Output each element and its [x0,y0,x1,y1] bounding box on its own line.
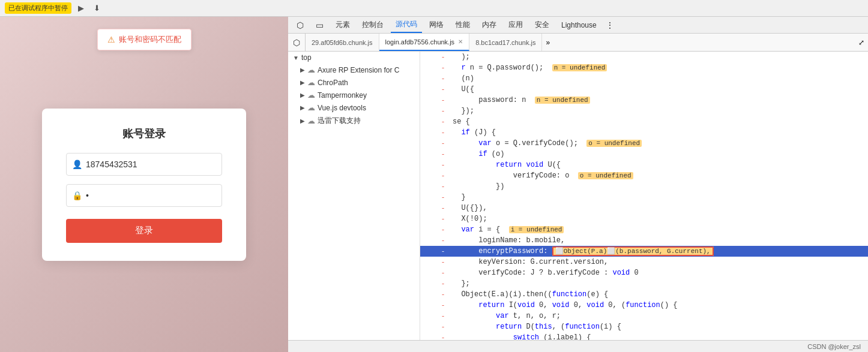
tree-item-vuejs[interactable]: ▶ ☁ Vue.js devtools [288,101,420,114]
tree-label-xunlei: 迅雷下载支持 [318,116,361,126]
bottom-bar: CSDN @joker_zsl [288,340,868,352]
nav-memory[interactable]: 内存 [477,17,501,32]
nav-elements[interactable]: 元素 [331,17,355,32]
cloud-icon-tampermonkey: ☁ [307,91,315,100]
nav-console[interactable]: 控制台 [357,17,388,32]
lock-icon: 🔒 [72,191,82,200]
tab-network-icon[interactable]: ⬡ [288,34,306,51]
person-icon: 👤 [72,160,82,169]
tree-root-label: top [301,53,312,62]
diff-5: - [438,95,448,106]
step-button[interactable]: ⬇ [91,2,103,14]
nav-box[interactable]: ▭ [311,18,328,32]
tree-arrow-axure: ▶ [300,67,305,73]
devtools-body: ▼ top ▶ ☁ Axure RP Extension for C ▶ ☁ C… [288,52,868,340]
nav-more-button[interactable]: ⋮ [604,20,616,31]
code-line-17: - var i = { i = undefined [420,224,868,235]
resume-button[interactable]: ▶ [75,2,87,14]
tree-item-axure[interactable]: ▶ ☁ Axure RP Extension for C [288,64,420,76]
nav-network[interactable]: 网络 [424,17,448,32]
nav-cursor[interactable]: ⬡ [292,18,309,32]
diff-3: - [438,73,448,84]
tree-label-chropath: ChroPath [318,79,348,87]
nav-security[interactable]: 安全 [530,17,554,32]
nav-application[interactable]: 应用 [504,17,528,32]
code-line-15: - U({}), [420,203,868,213]
code-line-4: - U({ [420,84,868,95]
file-tab-1-label: 29.af05fd6b.chunk.js [312,39,373,46]
line-content-2: r n = Q.password(); n = undefined [448,62,607,73]
line-content-23: Object(E.a)(i).then((function(e) { [448,289,608,300]
line-content-24: return I(void 0, void 0, void 0, (functi… [448,300,678,311]
code-line-20: - keyVersion: G.current.version, [420,257,868,267]
line-content-19: encryptPassword: ⬜Object(P.a)⬜(b.passwor… [448,246,714,257]
password-input[interactable] [66,184,222,207]
code-editor[interactable]: - ); - r n = Q.password(); n = undefined… [420,52,868,340]
diff-19: - [438,246,448,257]
diff-4: - [438,84,448,95]
code-line-16: - X(!0); [420,213,868,224]
tree-item-tampermonkey[interactable]: ▶ ☁ Tampermonkey [288,89,420,101]
diff-14: - [438,192,448,203]
tree-root[interactable]: ▼ top [288,52,420,64]
line-content-11: return void U({ [448,160,561,170]
line-content-8: if (J) { [448,127,496,138]
line-content-3: (n) [448,73,474,84]
code-line-23: - Object(E.a)(i).then((function(e) { [420,289,868,300]
line-content-4: U({ [448,84,474,95]
diff-16: - [438,213,448,224]
file-tab-3[interactable]: 8.bc1cad17.chunk.js [469,34,542,51]
diff-27: - [438,332,448,340]
line-content-14: } [448,192,466,203]
diff-1: - [438,52,448,62]
login-box: 账号登录 👤 🔒 登录 [42,109,246,261]
nav-sources[interactable]: 源代码 [391,17,422,33]
diff-9: - [438,138,448,149]
code-line-26: - return D(this, (function(i) { [420,321,868,332]
tree-root-arrow: ▼ [293,55,299,61]
code-line-1: - ); [420,52,868,62]
file-tabs: ⬡ 29.af05fd6b.chunk.js login.afdb7556.ch… [288,34,868,52]
credit-text: CSDN @joker_zsl [807,343,861,350]
file-tab-2-label: login.afdb7556.chunk.js [385,38,455,46]
diff-23: - [438,289,448,300]
file-tab-2[interactable]: login.afdb7556.chunk.js ✕ [379,34,470,51]
cloud-icon-chropath: ☁ [307,78,315,87]
diff-7: - [438,116,448,127]
diff-26: - [438,321,448,332]
login-title: 账号登录 [66,127,222,141]
nav-lighthouse[interactable]: Lighthouse [556,19,601,32]
diff-8: - [438,127,448,138]
error-message: 账号和密码不匹配 [119,34,181,45]
tabs-more-button[interactable]: » [542,38,553,47]
file-tab-2-close[interactable]: ✕ [458,38,463,45]
diff-21: - [438,267,448,278]
line-content-22: }; [448,278,470,289]
line-content-1: ); [448,52,470,62]
code-line-25: - var t, n, o, r; [420,311,868,321]
tree-arrow-chropath: ▶ [300,79,305,86]
diff-12: - [438,170,448,181]
password-input-group: 🔒 [66,184,222,207]
phone-input-group: 👤 [66,153,222,176]
nav-performance[interactable]: 性能 [451,17,475,32]
diff-25: - [438,311,448,321]
login-button[interactable]: 登录 [66,219,222,243]
file-tab-3-label: 8.bc1cad17.chunk.js [475,39,535,46]
code-line-13: - }) [420,181,868,192]
diff-17: - [438,224,448,235]
source-tree: ▼ top ▶ ☁ Axure RP Extension for C ▶ ☁ C… [288,52,420,340]
tree-item-xunlei[interactable]: ▶ ☁ 迅雷下载支持 [288,114,420,128]
line-content-10: if (o) [448,149,504,160]
file-tab-1[interactable]: 29.af05fd6b.chunk.js [306,34,379,51]
tabs-expand-button[interactable]: ⤢ [855,38,868,47]
line-content-15: U({}), [448,203,487,213]
line-content-25: var t, n, o, r; [448,311,561,321]
line-content-9: var o = Q.verifyCode(); o = undefined [448,138,642,149]
phone-input[interactable] [66,153,222,176]
cloud-icon-xunlei: ☁ [307,116,315,125]
diff-6: - [438,106,448,116]
devtools-nav: ⬡ ▭ 元素 控制台 源代码 网络 性能 内存 应用 安全 Lighthouse… [288,17,868,34]
line-content-27: switch (i.label) { [448,332,591,340]
tree-item-chropath[interactable]: ▶ ☁ ChroPath [288,76,420,89]
